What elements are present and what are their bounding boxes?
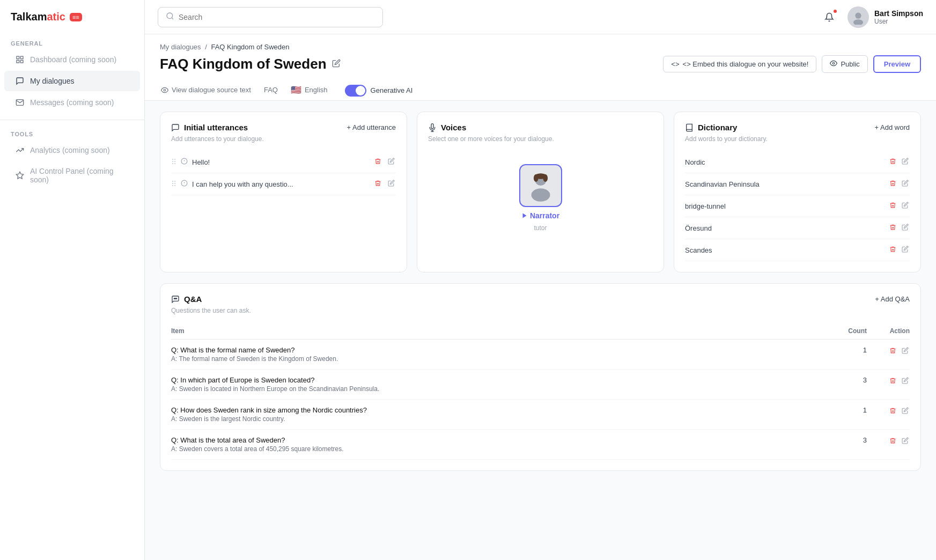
delete-word-0-button[interactable]: [888, 157, 897, 167]
delete-qa-0-button[interactable]: [888, 346, 897, 357]
search-input[interactable]: [179, 13, 375, 21]
dict-word-3: Öresund: [685, 224, 712, 232]
dict-actions-0: [888, 157, 910, 167]
delete-word-3-button[interactable]: [888, 223, 897, 233]
qa-row-3: Q: What is the total area of Sweden? A: …: [171, 430, 910, 460]
delete-qa-2-button[interactable]: [888, 406, 897, 417]
svg-point-8: [853, 19, 863, 25]
page-title-row: FAQ Kingdom of Sweden <> <> Embed this d…: [160, 55, 921, 80]
delete-utterance-2-button[interactable]: [373, 179, 382, 189]
utterances-title-text: Initial utterances: [184, 123, 248, 132]
tab-faq-label: FAQ: [264, 86, 278, 94]
qa-cell-text-1: Q: In which part of Europe is Sweden loc…: [171, 370, 835, 400]
voice-item: Narrator tutor: [428, 151, 653, 245]
content: My dialogues / FAQ Kingdom of Sweden FAQ…: [145, 34, 936, 560]
sidebar-item-analytics[interactable]: Analytics (coming soon): [4, 140, 140, 160]
utterances-subtitle: Add utterances to your dialogue.: [171, 135, 396, 143]
voice-avatar-image: [522, 167, 559, 204]
preview-button[interactable]: Preview: [873, 55, 921, 73]
edit-qa-0-button[interactable]: [901, 346, 910, 357]
qa-subtitle: Questions the user can ask.: [171, 307, 910, 314]
edit-word-4-button[interactable]: [901, 245, 910, 255]
qa-answer-1: A: Sweden is located in Northern Europe …: [171, 385, 835, 393]
search-box[interactable]: [158, 7, 383, 27]
edit-utterance-1-button[interactable]: [387, 157, 396, 167]
sidebar-item-messages[interactable]: Messages (coming soon): [4, 92, 140, 113]
edit-word-0-button[interactable]: [901, 157, 910, 167]
add-qa-button[interactable]: + Add Q&A: [875, 295, 910, 303]
generative-ai-toggle[interactable]: [345, 85, 366, 97]
edit-utterance-2-button[interactable]: [387, 179, 396, 189]
tab-source[interactable]: View dialogue source text: [160, 82, 252, 99]
embed-button[interactable]: <> <> Embed this dialogue on your websit…: [663, 56, 816, 72]
voice-name-text: Narrator: [530, 211, 559, 220]
breadcrumb-current: FAQ Kingdom of Sweden: [211, 43, 289, 51]
search-icon: [166, 12, 174, 23]
utterance-text-1: Hello!: [192, 158, 369, 166]
svg-rect-2: [17, 60, 19, 63]
svg-marker-4: [16, 172, 23, 179]
mail-icon: [15, 98, 25, 107]
qa-col-count: Count: [835, 323, 867, 340]
edit-word-1-button[interactable]: [901, 179, 910, 189]
edit-qa-3-button[interactable]: [901, 436, 910, 447]
dashboard-icon: [15, 55, 25, 64]
page-header: My dialogues / FAQ Kingdom of Sweden FAQ…: [145, 34, 936, 101]
qa-answer-2: A: Sweden is the largest Nordic country.: [171, 415, 835, 423]
dict-word-2: bridge-tunnel: [685, 202, 726, 210]
star-icon: [15, 171, 25, 180]
delete-word-2-button[interactable]: [888, 201, 897, 211]
edit-qa-2-button[interactable]: [901, 406, 910, 417]
delete-utterance-1-button[interactable]: [373, 157, 382, 167]
qa-answer-0: A: The formal name of Sweden is the King…: [171, 355, 835, 363]
qa-question-2: Q: How does Sweden rank in size among th…: [171, 406, 835, 414]
delete-qa-3-button[interactable]: [888, 436, 897, 447]
tab-language[interactable]: 🇺🇸 English: [290, 80, 329, 100]
delete-word-4-button[interactable]: [888, 245, 897, 255]
delete-word-1-button[interactable]: [888, 179, 897, 189]
utterance-actions-1: [373, 157, 396, 167]
qa-count-2: 1: [835, 400, 867, 430]
public-button[interactable]: Public: [822, 55, 867, 73]
qa-card-header: Q&A + Add Q&A: [171, 294, 910, 304]
sidebar-item-my-dialogues-label: My dialogues: [30, 77, 75, 85]
add-word-button[interactable]: + Add word: [875, 123, 910, 131]
sidebar-item-ai-control-label: AI Control Panel (coming soon): [30, 167, 129, 184]
qa-cell-text-3: Q: What is the total area of Sweden? A: …: [171, 430, 835, 460]
initial-utterances-card: Initial utterances + Add utterance Add u…: [160, 112, 407, 272]
edit-title-button[interactable]: [332, 59, 341, 70]
speech-icon: [171, 123, 180, 132]
svg-line-6: [172, 18, 173, 19]
edit-qa-1-button[interactable]: [901, 376, 910, 387]
notification-button[interactable]: [820, 8, 839, 27]
sidebar-item-my-dialogues[interactable]: My dialogues: [4, 71, 140, 91]
generative-ai-toggle-wrap: Generative AI: [345, 85, 413, 97]
qa-section: Q&A + Add Q&A Questions the user can ask…: [160, 283, 921, 471]
delete-qa-1-button[interactable]: [888, 376, 897, 387]
dict-word-1: Scandinavian Peninsula: [685, 180, 760, 188]
drag-handle-2[interactable]: ⠿: [171, 180, 176, 188]
play-icon: [521, 212, 528, 219]
user-info[interactable]: Bart Simpson User: [847, 6, 923, 28]
drag-handle-1[interactable]: ⠿: [171, 158, 176, 166]
voice-avatar[interactable]: [519, 164, 562, 207]
voices-card: Voices Select one or more voices for you…: [417, 112, 664, 272]
qa-col-item: Item: [171, 323, 835, 340]
sidebar-item-dashboard[interactable]: Dashboard (coming soon): [4, 49, 140, 70]
dict-actions-4: [888, 245, 910, 255]
edit-word-2-button[interactable]: [901, 201, 910, 211]
utterance-row: ⠿ Hello!: [171, 151, 396, 173]
notif-badge: [832, 9, 838, 14]
qa-table: Item Count Action Q: What is the formal …: [171, 323, 910, 460]
edit-word-3-button[interactable]: [901, 223, 910, 233]
svg-rect-3: [20, 60, 23, 63]
breadcrumb-parent[interactable]: My dialogues: [160, 43, 201, 51]
page-title-text: FAQ Kingdom of Sweden: [160, 56, 327, 72]
logo-badge: ≡≡: [70, 13, 82, 21]
tab-faq[interactable]: FAQ: [263, 82, 279, 99]
qa-row-0: Q: What is the formal name of Sweden? A:…: [171, 340, 910, 370]
add-utterance-button[interactable]: + Add utterance: [347, 123, 396, 131]
sidebar-item-ai-control[interactable]: AI Control Panel (coming soon): [4, 161, 140, 189]
qa-count-1: 3: [835, 370, 867, 400]
qa-action-3: [867, 430, 910, 460]
